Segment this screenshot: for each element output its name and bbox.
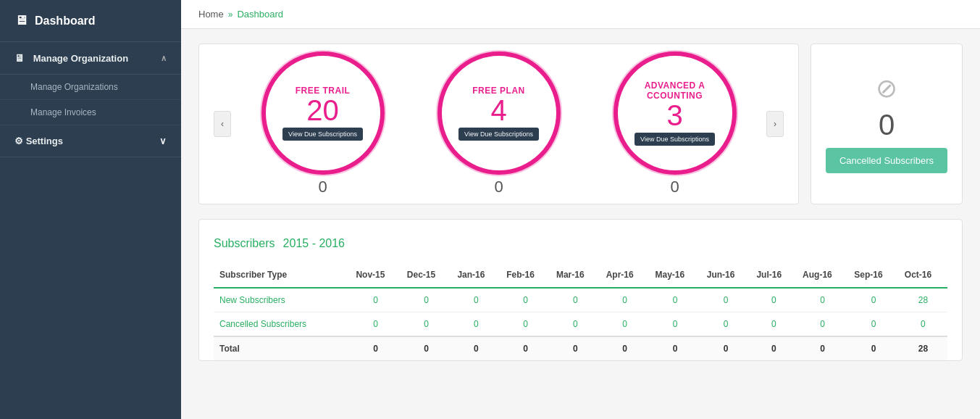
row-cancelled-label: Cancelled Subscribers	[214, 312, 350, 337]
row-cancelled-may16: 0	[650, 312, 701, 337]
footer-jan16: 0	[451, 336, 501, 360]
row-cancelled-dec15: 0	[401, 312, 452, 337]
row-new-label: New Subscribers	[214, 288, 350, 312]
carousel-items: FREE TRAIL 20 View Due Subscriptions 0 F…	[231, 51, 766, 196]
cancelled-subscribers-card: ⊘ 0 Cancelled Subscribers	[811, 43, 963, 204]
sidebar-item-manage-organizations[interactable]: Manage Organizations	[0, 75, 181, 100]
col-may16: May-16	[650, 262, 701, 288]
row-cancelled-jul16: 0	[750, 312, 797, 337]
sidebar-item-settings[interactable]: ⚙ Settings ∨	[0, 125, 181, 157]
breadcrumb-home: Home	[198, 9, 224, 20]
footer-sep16: 0	[848, 336, 899, 360]
sidebar-manage-org-label: Manage Organization	[33, 53, 128, 64]
col-feb16: Feb-16	[501, 262, 550, 288]
carousel-next-button[interactable]: ›	[766, 111, 784, 137]
footer-aug16: 0	[797, 336, 848, 360]
col-jan16: Jan-16	[451, 262, 501, 288]
row-new-nov15: 0	[350, 288, 401, 312]
row-cancelled-aug16: 0	[797, 312, 848, 337]
plan-sub-count-2: 0	[670, 178, 679, 196]
sidebar-logo[interactable]: 🖥 Dashboard	[0, 0, 181, 42]
circle-ring-0: FREE TRAIL 20 View Due Subscriptions	[261, 51, 385, 175]
col-oct16: Oct-16	[899, 262, 947, 288]
plan-count-1: 4	[490, 96, 506, 125]
footer-feb16: 0	[501, 336, 550, 360]
sidebar-item-manage-invoices[interactable]: Manage Invoices	[0, 100, 181, 125]
row-cancelled-jan16: 0	[451, 312, 501, 337]
row-new-aug16: 0	[797, 288, 848, 312]
row-new-oct16: 28	[899, 288, 947, 312]
gear-icon: ⚙	[14, 136, 23, 146]
row-new-jul16: 0	[750, 288, 797, 312]
subscribers-section: Subscribers 2015 - 2016 Subscriber Type …	[198, 219, 963, 361]
row-new-feb16: 0	[501, 288, 550, 312]
row-new-apr16: 0	[600, 288, 650, 312]
breadcrumb: Home » Dashboard	[181, 0, 980, 29]
cancelled-count: 0	[879, 110, 895, 139]
plan-sub-count-0: 0	[318, 178, 327, 196]
main-content: Home » Dashboard ‹ FREE TRAIL 20 View Du…	[181, 0, 980, 419]
sidebar-manage-organization-section: 🖥 Manage Organization ∧ Manage Organizat…	[0, 42, 181, 125]
plan-sub-count-1: 0	[494, 178, 503, 196]
subscribers-table: Subscriber Type Nov-15 Dec-15 Jan-16 Feb…	[214, 262, 947, 360]
col-sep16: Sep-16	[848, 262, 899, 288]
sidebar-settings-section: ⚙ Settings ∨	[0, 125, 181, 157]
circle-ring-2: ADVANCED A CCOUNTING 3 View Due Subscrip…	[613, 51, 737, 175]
breadcrumb-arrow: »	[228, 9, 233, 20]
row-cancelled-apr16: 0	[600, 312, 650, 337]
breadcrumb-current: Dashboard	[237, 9, 283, 20]
plan-count-0: 20	[306, 96, 339, 125]
row-cancelled-jun16: 0	[701, 312, 751, 337]
chevron-up-icon: ∧	[161, 54, 167, 63]
subscribers-title: Subscribers 2015 - 2016	[214, 234, 947, 251]
col-aug16: Aug-16	[797, 262, 848, 288]
footer-jun16: 0	[701, 336, 751, 360]
table-row: New Subscribers 0 0 0 0 0 0 0 0 0 0 0 28	[214, 288, 947, 312]
plan-card-2: ADVANCED A CCOUNTING 3 View Due Subscrip…	[613, 51, 737, 196]
cancelled-subscribers-button[interactable]: Cancelled Subscribers	[826, 148, 947, 173]
chevron-down-icon: ∨	[159, 136, 167, 146]
table-header-row: Subscriber Type Nov-15 Dec-15 Jan-16 Feb…	[214, 262, 947, 288]
cancelled-icon: ⊘	[876, 75, 897, 101]
monitor-icon: 🖥	[14, 52, 25, 64]
view-due-btn-1[interactable]: View Due Subscriptions	[458, 128, 539, 141]
row-new-may16: 0	[650, 288, 701, 312]
footer-apr16: 0	[600, 336, 650, 360]
col-apr16: Apr-16	[600, 262, 650, 288]
sidebar-item-manage-organization[interactable]: 🖥 Manage Organization ∧	[0, 42, 181, 75]
footer-mar16: 0	[550, 336, 600, 360]
row-cancelled-nov15: 0	[350, 312, 401, 337]
row-cancelled-sep16: 0	[848, 312, 899, 337]
cards-row: ‹ FREE TRAIL 20 View Due Subscriptions 0	[198, 43, 963, 204]
col-dec15: Dec-15	[401, 262, 452, 288]
row-new-dec15: 0	[401, 288, 452, 312]
sidebar: 🖥 Dashboard 🖥 Manage Organization ∧ Mana…	[0, 0, 181, 419]
col-jun16: Jun-16	[701, 262, 751, 288]
footer-nov15: 0	[350, 336, 401, 360]
view-due-btn-2[interactable]: View Due Subscriptions	[635, 133, 715, 146]
sidebar-settings-label: Settings	[26, 136, 63, 146]
footer-jul16: 0	[750, 336, 797, 360]
footer-label: Total	[214, 336, 350, 360]
subscription-carousel: ‹ FREE TRAIL 20 View Due Subscriptions 0	[198, 43, 799, 204]
table-footer-row: Total 0 0 0 0 0 0 0 0 0 0 0 28	[214, 336, 947, 360]
col-nov15: Nov-15	[350, 262, 401, 288]
carousel-prev-button[interactable]: ‹	[214, 111, 231, 137]
footer-oct16: 28	[899, 336, 947, 360]
content-area: ‹ FREE TRAIL 20 View Due Subscriptions 0	[181, 29, 980, 419]
sidebar-logo-label: Dashboard	[35, 14, 96, 28]
plan-count-2: 3	[666, 101, 682, 130]
dashboard-icon: 🖥	[14, 13, 28, 28]
row-new-sep16: 0	[848, 288, 899, 312]
plan-card-0: FREE TRAIL 20 View Due Subscriptions 0	[261, 51, 385, 196]
circle-ring-1: FREE PLAN 4 View Due Subscriptions	[437, 51, 561, 175]
col-subscriber-type: Subscriber Type	[214, 262, 350, 288]
footer-may16: 0	[650, 336, 701, 360]
view-due-btn-0[interactable]: View Due Subscriptions	[282, 128, 363, 141]
row-cancelled-mar16: 0	[550, 312, 600, 337]
footer-dec15: 0	[401, 336, 452, 360]
col-mar16: Mar-16	[550, 262, 600, 288]
row-cancelled-feb16: 0	[501, 312, 550, 337]
row-new-jun16: 0	[701, 288, 751, 312]
row-new-jan16: 0	[451, 288, 501, 312]
